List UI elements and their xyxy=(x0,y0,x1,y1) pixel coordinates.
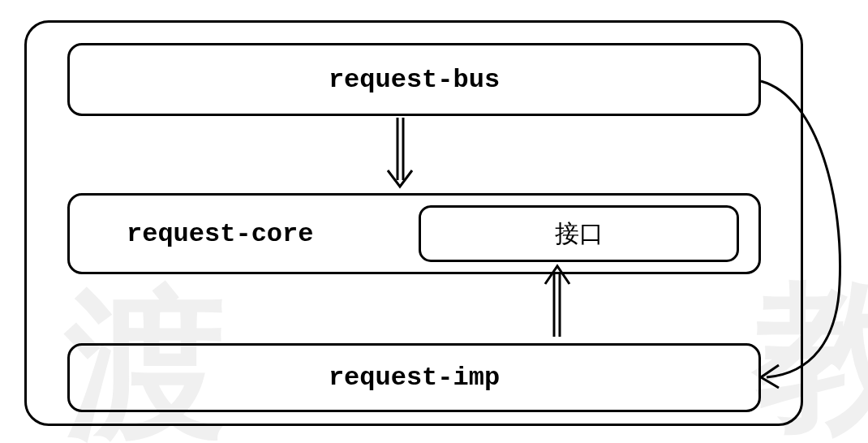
node-request-bus: request-bus xyxy=(67,43,761,116)
node-interface: 接口 xyxy=(419,205,739,262)
node-request-core: request-core 接口 xyxy=(67,193,761,274)
node-label: 接口 xyxy=(555,217,604,251)
node-label: request-core xyxy=(127,219,313,249)
node-label: request-bus xyxy=(329,65,500,95)
node-request-imp: request-imp xyxy=(67,343,761,412)
node-label: request-imp xyxy=(329,363,500,393)
outer-container: request-bus request-core 接口 request-imp xyxy=(24,20,803,426)
